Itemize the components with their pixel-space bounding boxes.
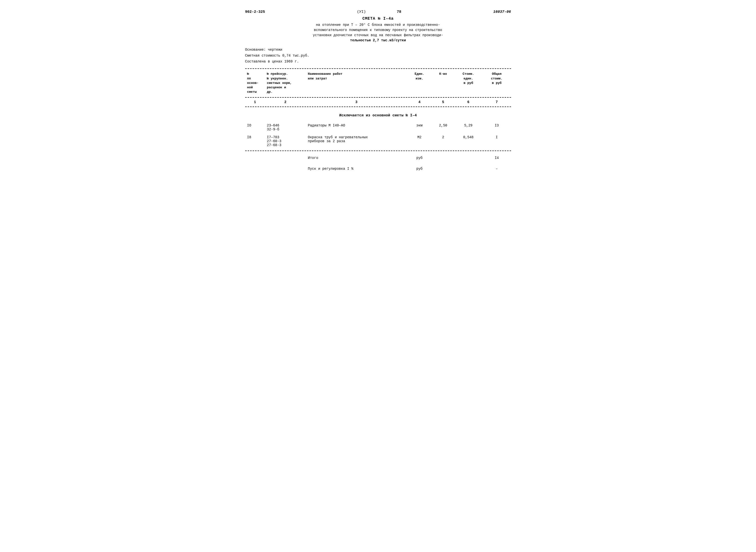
separator-2: [245, 105, 511, 109]
row1-unit: экм: [407, 122, 432, 133]
main-table: №ппоснов-нойсметы № прейскур.№ укрупнен.…: [245, 68, 511, 174]
row2-unit: М2: [407, 133, 432, 149]
col-header-4: Един.изм.: [407, 71, 432, 96]
title-main: СМЕТА № I–4а: [245, 16, 511, 21]
total2-empty3: [432, 163, 454, 174]
column-headers: №ппоснов-нойсметы № прейскур.№ укрупнен.…: [245, 71, 511, 96]
row2-norm: I7–70327-60-327-68-3: [265, 133, 306, 149]
total-row-1: Итого руб I4: [245, 152, 511, 163]
col-header-7: Общаястоим.в руб: [482, 71, 511, 96]
total2-empty2: [265, 163, 306, 174]
page-number: 78: [397, 10, 401, 14]
row2-id: I8: [245, 133, 265, 149]
header-center: (УI) 78: [357, 10, 401, 14]
total2-unit: руб: [407, 163, 432, 174]
total1-value: I4: [482, 152, 511, 163]
column-numbers: 1 2 3 4 5 6 7: [245, 99, 511, 105]
col-header-3: Наименование работили затрат: [306, 71, 407, 96]
separator-3: [245, 149, 511, 152]
col-num-4: 4: [407, 99, 432, 105]
total1-label: Итого: [306, 152, 407, 163]
total1-empty3: [432, 152, 454, 163]
table-row: I8 I7–70327-60-327-68-3 Окраска труб и н…: [245, 133, 511, 149]
row1-id: IO: [245, 122, 265, 133]
col-num-3: 3: [306, 99, 407, 105]
total2-empty1: [245, 163, 265, 174]
row1-total: I3: [482, 122, 511, 133]
col-header-5: К-во: [432, 71, 454, 96]
total-row-2: Пуск и регулировка I % руб –: [245, 163, 511, 174]
total2-value: –: [482, 163, 511, 174]
col-num-5: 5: [432, 99, 454, 105]
title-subtitle: на отопление при T – 20° С блока емкосте…: [245, 22, 511, 43]
total1-empty1: [245, 152, 265, 163]
col-header-1: №ппоснов-нойсметы: [245, 71, 265, 96]
section-title: Исключается из основной сметы № I–4: [245, 109, 511, 122]
total1-unit: руб: [407, 152, 432, 163]
col-header-6: Стоим.един.в руб: [454, 71, 482, 96]
col-num-1: 1: [245, 99, 265, 105]
row1-qty: 2,50: [432, 122, 454, 133]
section-title-row: Исключается из основной сметы № I–4: [245, 109, 511, 122]
total1-empty4: [454, 152, 482, 163]
page-header: 902-2-325 (УI) 78 16037-06: [245, 10, 511, 14]
table-row: IO 23–64632-9-б Радиаторы М I40–АО экм 2…: [245, 122, 511, 133]
row1-price: 5,29: [454, 122, 482, 133]
row2-name: Окраска труб и нагревательныхприборов за…: [306, 133, 407, 149]
row1-norm: 23–64632-9-б: [265, 122, 306, 133]
separator-1: [245, 96, 511, 99]
col-num-2: 2: [265, 99, 306, 105]
col-num-6: 6: [454, 99, 482, 105]
total2-label: Пуск и регулировка I %: [306, 163, 407, 174]
row2-qty: 2: [432, 133, 454, 149]
total2-empty4: [454, 163, 482, 174]
row2-price: 0,548: [454, 133, 482, 149]
doc-id: 16037-06: [493, 10, 511, 14]
row2-total: I: [482, 133, 511, 149]
title-section: СМЕТА № I–4а на отопление при T – 20° С …: [245, 16, 511, 43]
doc-number: 902-2-325: [245, 10, 265, 14]
col-header-2: № прейскур.№ укрупнен.сметных норм,расце…: [265, 71, 306, 96]
col-num-7: 7: [482, 99, 511, 105]
total1-empty2: [265, 152, 306, 163]
row1-name: Радиаторы М I40–АО: [306, 122, 407, 133]
meta-section: Основание: чертежи Сметная стоимость 0,7…: [245, 47, 511, 64]
